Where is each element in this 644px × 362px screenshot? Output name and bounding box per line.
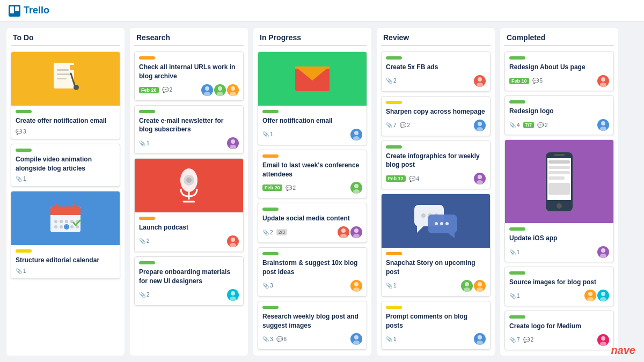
- avatar: [227, 235, 239, 247]
- comments-meta: 💬 4: [409, 176, 420, 182]
- card-title: Create e-mail newsletter for blog subscr…: [139, 116, 239, 135]
- svg-point-20: [54, 225, 57, 228]
- card[interactable]: Prompt comments on blog posts📎 1: [381, 301, 491, 350]
- svg-point-29: [217, 92, 223, 96]
- card[interactable]: Update iOS app📎 1: [504, 139, 614, 262]
- comments-meta: 💬 2: [400, 122, 411, 128]
- card[interactable]: Email to last week's conference attendee…: [258, 150, 367, 199]
- card-label: [386, 145, 402, 149]
- avatar-row: [461, 280, 486, 292]
- card[interactable]: Compile video animation alongside blog a…: [11, 144, 120, 187]
- card-title: Launch podcast: [139, 223, 239, 232]
- comment-icon: 💬: [276, 336, 283, 342]
- card-image: [11, 191, 120, 245]
- card[interactable]: Source images for blog post📎 1: [504, 267, 614, 306]
- svg-point-98: [600, 297, 606, 301]
- attachment-meta: 📎 2: [139, 292, 150, 298]
- card[interactable]: Offer notification email📎 1: [258, 51, 367, 145]
- svg-point-48: [354, 184, 358, 188]
- card[interactable]: Research weekly blog post and suggest im…: [258, 301, 367, 350]
- attachment-icon: 📎: [262, 131, 269, 137]
- card-meta: 📎 1: [509, 246, 609, 258]
- comment-icon: 💬: [400, 122, 406, 128]
- svg-rect-6: [57, 78, 67, 79]
- card[interactable]: Structure editorial calendar📎 1: [11, 191, 120, 279]
- date-badge: Feb 20: [262, 184, 282, 191]
- card-title: Create 5x FB ads: [386, 63, 486, 72]
- card[interactable]: Update social media content📎 22/3: [258, 203, 367, 243]
- card-body: Launch podcast📎 2: [135, 212, 243, 252]
- comment-icon: 💬: [537, 122, 544, 128]
- card-title: Update social media content: [262, 214, 362, 223]
- svg-point-15: [54, 220, 57, 223]
- card-label: [16, 110, 32, 113]
- card[interactable]: Snapchat Story on upcoming post📎 1: [381, 194, 491, 297]
- comments-meta: 💬 5: [532, 78, 543, 84]
- avatar: [350, 182, 362, 194]
- column-title: In Progress: [258, 33, 367, 46]
- card-label: [262, 252, 279, 255]
- card-label: [509, 56, 525, 60]
- avatar: [350, 226, 362, 238]
- svg-point-53: [353, 234, 360, 238]
- attachment-icon: 📎: [262, 336, 269, 342]
- card[interactable]: Create offer notification email💬 3: [11, 51, 120, 139]
- card-label: [262, 110, 279, 113]
- card-body: Create 5x FB ads📎 2: [382, 52, 490, 91]
- svg-point-83: [600, 127, 606, 131]
- svg-marker-65: [417, 226, 423, 233]
- svg-point-27: [204, 92, 210, 96]
- avatar: [201, 84, 213, 96]
- card-title: Redesign About Us page: [509, 63, 609, 72]
- svg-point-99: [601, 336, 605, 341]
- card-meta: 📎 1: [262, 129, 362, 141]
- svg-point-22: [65, 225, 68, 228]
- card[interactable]: Create logo for Medium📎 7💬 2: [504, 311, 614, 350]
- avatar-row: [474, 75, 486, 87]
- column-title: Research: [134, 33, 244, 46]
- svg-point-46: [354, 131, 358, 135]
- card[interactable]: Create infographics for weekly blog post…: [381, 141, 491, 190]
- avatar-row: [350, 129, 362, 141]
- attachment-icon: 📎: [386, 336, 392, 342]
- attachment-icon: 📎: [509, 249, 516, 255]
- svg-point-58: [478, 77, 482, 82]
- card-label: [262, 208, 279, 211]
- card[interactable]: Brainstorm & suggest 10x blog post ideas…: [258, 247, 367, 297]
- attachment-icon: 📎: [16, 268, 22, 274]
- avatar: [227, 84, 239, 96]
- svg-rect-90: [548, 171, 570, 174]
- svg-point-74: [465, 282, 469, 286]
- card-body: Check all internal URLs work in blog arc…: [135, 52, 243, 100]
- svg-point-81: [600, 83, 606, 87]
- card[interactable]: Launch podcast📎 2: [134, 158, 244, 252]
- avatar: [584, 290, 596, 301]
- card[interactable]: Check all internal URLs work in blog arc…: [134, 51, 244, 101]
- card-label: [139, 217, 155, 220]
- card-title: Offer notification email: [262, 116, 362, 125]
- avatar: [350, 333, 362, 345]
- card-label: [509, 315, 525, 319]
- card[interactable]: Prepare onboarding materials for new UI …: [134, 256, 244, 306]
- card-body: Compile video animation alongside blog a…: [11, 144, 120, 187]
- card[interactable]: Create e-mail newsletter for blog subscr…: [134, 105, 244, 154]
- svg-point-28: [218, 86, 222, 91]
- date-badge: Feb 12: [386, 175, 406, 182]
- avatar-row: [597, 334, 609, 346]
- card[interactable]: Sharpen copy across homepage📎 7💬 2: [381, 96, 491, 136]
- avatar-row: [338, 226, 362, 238]
- attachment-icon: 📎: [509, 337, 516, 343]
- attachment-icon: 📎: [386, 78, 392, 84]
- svg-point-30: [231, 86, 235, 91]
- attachment-meta: 📎 1: [16, 268, 26, 274]
- svg-point-60: [478, 122, 482, 126]
- card[interactable]: Redesign About Us pageFeb 10💬 5: [504, 51, 614, 91]
- card[interactable]: Redesign logo📎 47/7💬 2: [504, 95, 614, 135]
- trello-logo[interactable]: Trello: [9, 5, 49, 17]
- card[interactable]: Create 5x FB ads📎 2: [381, 51, 491, 92]
- comments-meta: 💬 2: [537, 122, 548, 128]
- svg-point-40: [230, 243, 236, 247]
- card-title: Create logo for Medium: [509, 322, 609, 331]
- svg-point-55: [353, 287, 360, 292]
- card-body: Prepare onboarding materials for new UI …: [135, 257, 243, 305]
